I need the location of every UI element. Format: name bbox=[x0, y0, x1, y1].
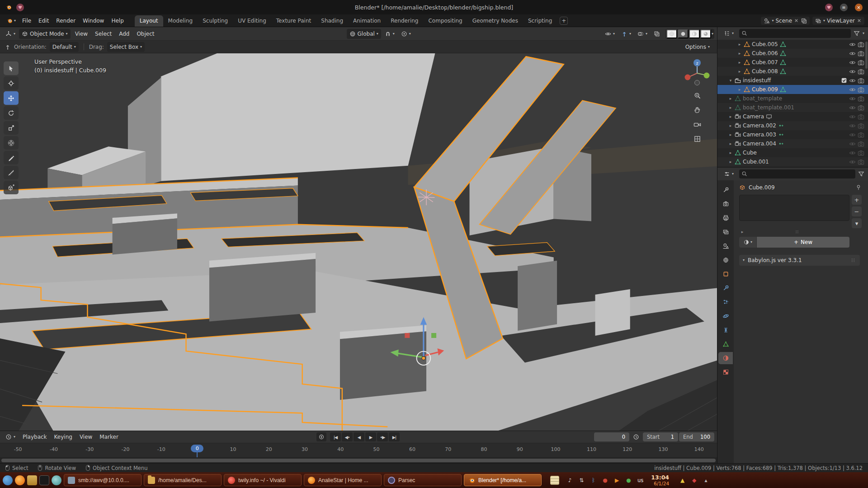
gizmos-dropdown-button[interactable]: ▾ bbox=[618, 29, 634, 39]
timeline-playhead[interactable]: 0 bbox=[190, 443, 204, 457]
timeline-menu-item[interactable]: View bbox=[76, 434, 96, 440]
hide-eye-icon[interactable] bbox=[849, 59, 856, 66]
window-menu-button[interactable]: ≡ bbox=[840, 4, 848, 11]
xray-toggle-button[interactable] bbox=[651, 29, 663, 39]
options-dropdown[interactable]: Options ▾ bbox=[683, 42, 712, 52]
chevron-down-icon[interactable]: ▾ bbox=[712, 32, 713, 36]
render-visibility-icon[interactable] bbox=[858, 159, 864, 165]
tool-move[interactable] bbox=[4, 91, 19, 105]
properties-tab-physics[interactable] bbox=[718, 310, 733, 322]
transport-button[interactable]: ◀ bbox=[354, 432, 364, 441]
disclosure-icon[interactable]: ▸ bbox=[740, 230, 745, 234]
render-visibility-icon[interactable] bbox=[858, 131, 864, 138]
chevron-down-icon[interactable]: ▾ bbox=[863, 32, 864, 35]
orientation-dropdown[interactable]: Default ▾ bbox=[50, 42, 79, 52]
workspace-tab[interactable]: UV Editing bbox=[233, 15, 271, 27]
workspace-tab[interactable]: Animation bbox=[348, 15, 386, 27]
auto-keying-button[interactable] bbox=[316, 432, 326, 441]
tool-measure[interactable] bbox=[4, 166, 19, 179]
hide-eye-icon[interactable] bbox=[849, 104, 856, 111]
hide-eye-icon[interactable] bbox=[849, 131, 856, 138]
viewport-menu-item[interactable]: View bbox=[71, 31, 91, 37]
disclosure-icon[interactable]: ▸ bbox=[728, 114, 733, 119]
outliner-row[interactable]: ▸Cube.001 bbox=[717, 157, 868, 166]
outliner-row[interactable]: ▸Cube.002 bbox=[717, 166, 868, 167]
shading-wireframe-button[interactable] bbox=[666, 29, 677, 38]
tray-expand-icon[interactable]: ▴ bbox=[702, 476, 710, 484]
blender-menu-button[interactable]: ▾ bbox=[4, 18, 19, 24]
viewport-canvas[interactable] bbox=[0, 53, 717, 431]
viewport-menu-item[interactable]: Object bbox=[133, 31, 158, 37]
properties-tab-tool[interactable] bbox=[718, 184, 733, 196]
properties-tab-particles[interactable] bbox=[718, 296, 733, 308]
babylon-panel-header[interactable]: ▾ Babylon.js ver 3.3.1 bbox=[739, 255, 860, 266]
current-frame-field[interactable]: 0 bbox=[594, 432, 629, 441]
pin-icon[interactable] bbox=[855, 184, 862, 191]
workspace-tab[interactable]: Compositing bbox=[423, 15, 467, 27]
media-player-tray-icon[interactable]: ♪ bbox=[566, 476, 574, 484]
outliner-row[interactable]: ▸Cube.006 bbox=[717, 49, 868, 58]
outliner-row-collection[interactable]: ▾insidestuff bbox=[717, 76, 868, 85]
render-visibility-icon[interactable] bbox=[858, 68, 864, 75]
disclosure-icon[interactable]: ▸ bbox=[728, 105, 733, 110]
viewport-menu-item[interactable]: Select bbox=[91, 31, 115, 37]
taskbar-task-folder[interactable]: /home/amalie/Des... bbox=[144, 474, 222, 486]
outliner-row[interactable]: ▸Cube bbox=[717, 148, 868, 157]
add-slot-button[interactable]: + bbox=[852, 195, 862, 205]
outliner-row[interactable]: ▸Cube.008 bbox=[717, 67, 868, 76]
notes-tray-icon[interactable] bbox=[550, 476, 559, 485]
network-tray-icon[interactable]: ⇅ bbox=[578, 476, 585, 484]
timeline-editor-type-button[interactable]: ▾ bbox=[3, 432, 18, 442]
camera-view-button[interactable] bbox=[692, 119, 702, 129]
hide-eye-icon[interactable] bbox=[849, 150, 856, 156]
snap-toggle-button[interactable]: ▾ bbox=[382, 29, 397, 39]
outliner-row-camera[interactable]: ▸Camera.004 bbox=[717, 139, 868, 148]
tool-annotate[interactable] bbox=[4, 151, 19, 164]
updates-tray-icon[interactable]: ● bbox=[601, 476, 609, 484]
tool-cursor[interactable] bbox=[4, 76, 19, 90]
keyboard-layout-indicator[interactable]: us bbox=[637, 477, 643, 483]
transport-button[interactable]: ▶ bbox=[365, 432, 376, 441]
workspace-tab[interactable]: Sculpting bbox=[198, 15, 233, 27]
transform-orientation-selector[interactable]: Global ▾ bbox=[347, 29, 381, 39]
hide-eye-icon[interactable] bbox=[849, 68, 856, 75]
disclosure-icon[interactable]: ▸ bbox=[728, 160, 733, 164]
disclosure-icon[interactable]: ▸ bbox=[737, 87, 742, 92]
topbar-menu-item[interactable]: Help bbox=[108, 18, 127, 24]
resize-grip-icon[interactable] bbox=[794, 230, 800, 234]
remove-slot-button[interactable]: − bbox=[852, 206, 862, 216]
zoom-button[interactable] bbox=[692, 90, 702, 100]
properties-tab-output[interactable] bbox=[718, 212, 733, 224]
taskbar-clock[interactable]: 13:04 6/1/24 bbox=[651, 474, 669, 487]
browse-material-button[interactable]: ▾ bbox=[739, 237, 756, 248]
tool-transform[interactable] bbox=[4, 136, 19, 150]
disclosure-icon[interactable]: ▾ bbox=[728, 78, 733, 83]
new-material-button[interactable]: + New bbox=[757, 237, 849, 248]
outliner-row-camera[interactable]: ▸Camera bbox=[717, 112, 868, 121]
taskbar-task-files[interactable]: smb://awv@10.0.0.... bbox=[64, 474, 142, 486]
outliner-row[interactable]: ▸boat_template.001 bbox=[717, 103, 868, 112]
timeline-ruler[interactable]: 0 -50-40-30-20-1001020304050607080901001… bbox=[0, 443, 717, 457]
transport-button[interactable]: ▶| bbox=[389, 432, 400, 441]
taskbar-task-blender[interactable]: Blender* [/home/a... bbox=[464, 474, 542, 486]
outliner-row[interactable]: ▸boat_template bbox=[717, 94, 868, 103]
material-slot-list[interactable] bbox=[739, 195, 849, 221]
drag-dropdown[interactable]: Select Box ▾ bbox=[107, 42, 145, 52]
preview-range-button[interactable] bbox=[630, 432, 642, 442]
messenger-tray-icon[interactable]: ● bbox=[625, 476, 632, 484]
properties-editor-type-button[interactable]: ▾ bbox=[721, 169, 736, 179]
properties-tab-texture[interactable] bbox=[718, 366, 733, 378]
disclosure-icon[interactable]: ▸ bbox=[728, 150, 733, 155]
render-visibility-icon[interactable] bbox=[858, 86, 864, 93]
hide-eye-icon[interactable] bbox=[849, 159, 856, 165]
outliner-row-camera[interactable]: ▸Camera.002 bbox=[717, 121, 868, 130]
disclosure-icon[interactable]: ▸ bbox=[737, 69, 742, 74]
recorder-tray-icon[interactable]: ▶ bbox=[613, 476, 621, 484]
properties-tab-modifiers[interactable] bbox=[718, 282, 733, 294]
workspace-tab[interactable]: Geometry Nodes bbox=[467, 15, 523, 27]
taskbar-task-firefox[interactable]: AnalieStar | Home ... bbox=[304, 474, 382, 486]
shading-solid-button[interactable] bbox=[678, 29, 689, 38]
outliner-search-input[interactable] bbox=[739, 29, 851, 38]
workspace-tab[interactable]: Scripting bbox=[523, 15, 557, 27]
hide-eye-icon[interactable] bbox=[849, 77, 856, 84]
